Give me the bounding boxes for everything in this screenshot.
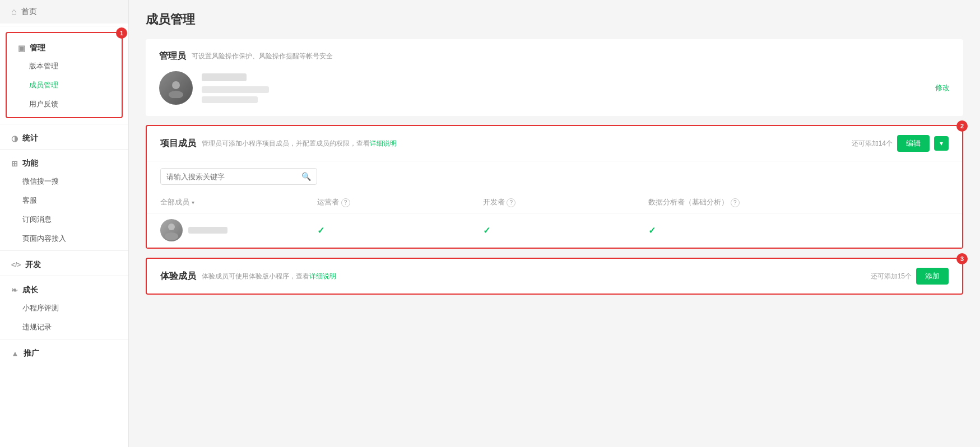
divider-3: [0, 149, 128, 150]
admin-card: 管理员 可设置风险操作保护、风险操作提醒等帐号安全 修改: [146, 39, 963, 116]
home-icon: ⌂: [11, 7, 17, 17]
col-member-filter: 全部成员 ▾: [147, 192, 304, 213]
sidebar-dev-label[interactable]: </> 开发: [0, 253, 128, 273]
admin-card-title: 管理员 可设置风险操作保护、风险操作提醒等帐号安全: [159, 50, 950, 62]
member-cell: [147, 213, 304, 248]
search-input-wrap: 🔍: [160, 168, 317, 185]
experience-card-header-right: 还可添加15个 添加: [871, 268, 949, 285]
features-sub-items: 微信搜一搜 客服 订阅消息 页面内容接入: [0, 172, 128, 248]
table-body: ✓ ✓ ✓: [147, 213, 962, 248]
svg-point-0: [172, 81, 180, 89]
experience-desc-link[interactable]: 详细说明: [309, 272, 336, 280]
divider-6: [0, 339, 128, 339]
col-analyst: 数据分析者（基础分析） ?: [635, 192, 962, 213]
sidebar-features-label[interactable]: ⊞ 功能: [0, 152, 128, 172]
svg-point-2: [168, 224, 175, 230]
analyst-check-icon: ✓: [648, 226, 656, 235]
sidebar-growth-label[interactable]: ❧ 成长: [0, 278, 128, 299]
page-title: 成员管理: [146, 11, 963, 28]
sidebar-item-home[interactable]: ⌂ 首页: [0, 0, 128, 24]
project-card-header: 项目成员 管理员可添加小程序项目成员，并配置成员的权限，查看详细说明 还可添加1…: [147, 126, 962, 161]
sidebar-item-wechat-search[interactable]: 微信搜一搜: [22, 172, 128, 191]
sidebar-home-label: 首页: [21, 7, 37, 17]
admin-phone-blur: [202, 96, 258, 103]
growth-sub-items: 小程序评测 违规记录: [0, 299, 128, 337]
divider-4: [0, 250, 128, 251]
search-input[interactable]: [166, 173, 301, 181]
project-members-card: 2 项目成员 管理员可添加小程序项目成员，并配置成员的权限，查看详细说明 还可添…: [146, 125, 963, 249]
project-card-header-left: 项目成员 管理员可添加小程序项目成员，并配置成员的权限，查看详细说明: [160, 138, 397, 150]
member-analyst-check: ✓: [635, 213, 962, 248]
operator-help-icon[interactable]: ?: [341, 198, 350, 207]
admin-name-blur: [202, 73, 247, 81]
add-button[interactable]: 添加: [916, 268, 949, 285]
operator-check-icon: ✓: [317, 226, 324, 235]
member-operator-check: ✓: [304, 213, 470, 248]
growth-icon: ❧: [11, 286, 18, 295]
management-sub-items: 版本管理 成员管理 用户反馈: [7, 57, 122, 114]
experience-badge: 3: [956, 253, 968, 264]
sidebar: ⌂ 首页 1 ▣ 管理 版本管理 成员管理 用户反馈 ◑ 统计 ⊞ 功能: [0, 0, 129, 447]
admin-user-row: 修改: [159, 71, 950, 105]
developer-help-icon[interactable]: ?: [507, 198, 515, 207]
sidebar-item-customer-service[interactable]: 客服: [22, 191, 128, 210]
filter-arrow-icon: ▾: [192, 199, 194, 206]
table-header: 全部成员 ▾ 运营者 ? 开发者 ? 数据: [147, 192, 962, 213]
col-developer: 开发者 ?: [470, 192, 635, 213]
admin-info: [202, 73, 926, 103]
divider-2: [0, 124, 128, 124]
main-content: 成员管理 管理员 可设置风险操作保护、风险操作提醒等帐号安全: [129, 0, 980, 447]
experience-card-header-left: 体验成员 体验成员可使用体验版小程序，查看详细说明: [160, 271, 336, 282]
sidebar-item-page-content[interactable]: 页面内容接入: [22, 229, 128, 248]
project-badge: 2: [956, 120, 968, 132]
modify-link[interactable]: 修改: [935, 83, 950, 93]
admin-card-subtitle: 可设置风险操作保护、风险操作提醒等帐号安全: [192, 52, 333, 61]
member-name-blur: [188, 227, 227, 234]
sidebar-item-members[interactable]: 成员管理: [29, 76, 122, 95]
management-badge: 1: [116, 27, 127, 39]
avatar: [159, 71, 193, 105]
project-card-desc: 管理员可添加小程序项目成员，并配置成员的权限，查看详细说明: [202, 139, 397, 148]
sidebar-management-label[interactable]: ▣ 管理: [7, 36, 122, 57]
col-operator: 运营者 ?: [304, 192, 470, 213]
svg-point-1: [169, 91, 183, 98]
table-row: ✓ ✓ ✓: [147, 213, 962, 248]
promote-icon: ▲: [11, 349, 19, 358]
search-row: 🔍: [147, 161, 962, 192]
members-table: 全部成员 ▾ 运营者 ? 开发者 ? 数据: [147, 192, 962, 248]
project-card-header-right: 还可添加14个 编辑 ▾: [852, 135, 949, 152]
features-icon: ⊞: [11, 159, 18, 168]
filter-dropdown[interactable]: 全部成员 ▾: [160, 197, 290, 207]
edit-button[interactable]: 编辑: [897, 135, 930, 152]
dropdown-button[interactable]: ▾: [934, 136, 949, 151]
sidebar-item-mini-review[interactable]: 小程序评测: [22, 299, 128, 318]
experience-members-card: 3 体验成员 体验成员可使用体验版小程序，查看详细说明 还可添加15个 添加: [146, 258, 963, 295]
management-icon: ▣: [18, 44, 25, 53]
developer-check-icon: ✓: [483, 226, 490, 235]
member-avatar: [160, 219, 183, 241]
experience-card-title: 体验成员: [160, 271, 196, 282]
divider-1: [0, 26, 128, 26]
search-icon[interactable]: 🔍: [301, 172, 311, 181]
experience-card-header: 体验成员 体验成员可使用体验版小程序，查看详细说明 还可添加15个 添加: [147, 259, 962, 294]
project-card-title: 项目成员: [160, 138, 196, 150]
experience-card-desc: 体验成员可使用体验版小程序，查看详细说明: [202, 272, 336, 281]
svg-point-3: [165, 232, 178, 240]
chevron-down-icon: ▾: [940, 139, 943, 147]
analyst-help-icon[interactable]: ?: [731, 198, 740, 207]
sidebar-item-violation[interactable]: 违规记录: [22, 318, 128, 337]
stats-icon: ◑: [11, 134, 18, 143]
sidebar-stats-label[interactable]: ◑ 统计: [0, 127, 128, 147]
sidebar-promote-label[interactable]: ▲ 推广: [0, 342, 128, 362]
sidebar-item-subscribe-msg[interactable]: 订阅消息: [22, 210, 128, 229]
project-desc-link[interactable]: 详细说明: [370, 139, 397, 147]
member-developer-check: ✓: [470, 213, 635, 248]
dev-icon: </>: [11, 261, 21, 269]
management-section: 1 ▣ 管理 版本管理 成员管理 用户反馈: [6, 32, 123, 118]
experience-remain-text: 还可添加15个: [871, 272, 912, 281]
divider-5: [0, 276, 128, 276]
sidebar-item-feedback[interactable]: 用户反馈: [29, 95, 122, 114]
sidebar-item-version[interactable]: 版本管理: [29, 57, 122, 76]
admin-email-blur: [202, 86, 269, 93]
project-remain-text: 还可添加14个: [852, 139, 893, 148]
